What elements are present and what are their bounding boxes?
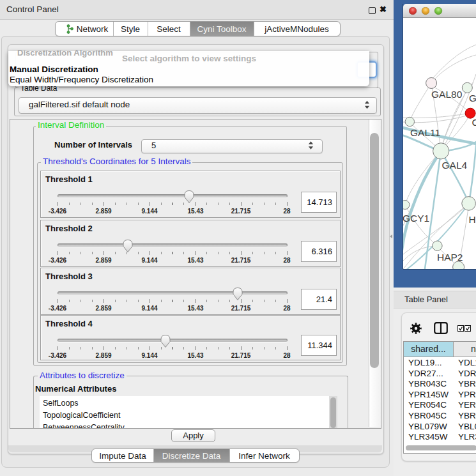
svg-text:GAL11: GAL11 [410,127,440,138]
svg-text:GCY1: GCY1 [403,213,429,224]
svg-text:GAL80: GAL80 [431,89,463,100]
svg-text:GA: GA [469,93,476,104]
svg-text:GAL4: GAL4 [442,160,468,171]
svg-text:C: C [472,117,476,128]
svg-text:HAP2: HAP2 [437,252,463,263]
svg-text:H: H [469,214,476,225]
